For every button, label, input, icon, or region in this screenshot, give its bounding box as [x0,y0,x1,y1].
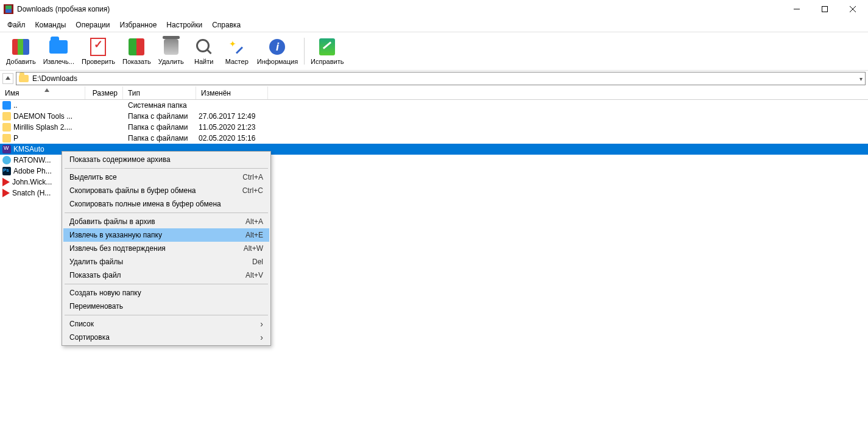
context-menu-item[interactable]: Список [63,317,269,331]
col-type[interactable]: Тип [123,86,196,99]
view-icon [127,37,146,57]
titlebar: Downloads (пробная копия) [0,0,868,18]
context-menu-item[interactable]: Показать файлAlt+V [63,269,269,282]
file-name: P [13,134,18,142]
file-row[interactable]: Mirillis Splash 2....Папка с файлами11.0… [0,122,868,133]
folder-icon [19,75,29,82]
address-input[interactable]: E:\Downloads ▾ [16,72,866,85]
dropdown-icon[interactable]: ▾ [859,76,863,82]
context-menu-item[interactable]: Выделить всеCtrl+A [63,170,269,184]
toolbar-delete[interactable]: Удалить [155,33,188,69]
file-icon [2,178,10,186]
delete-icon [161,37,181,57]
context-menu-separator [65,168,268,169]
nav-up-button[interactable] [2,73,13,84]
window-title: Downloads (пробная копия) [17,5,783,13]
context-menu-label: Показать файл [69,271,245,279]
file-icon [2,156,11,164]
context-menu-separator [65,315,268,315]
find-icon [194,37,214,57]
minimize-button[interactable] [783,0,811,18]
toolbar-add[interactable]: Добавить [2,33,40,69]
wizard-icon [227,37,247,57]
context-menu-item[interactable]: Скопировать полные имена в буфер обмена [63,197,269,211]
file-row[interactable]: PПапка с файлами02.05.2020 15:16 [0,133,868,144]
file-name: John.Wick... [12,178,52,186]
col-modified[interactable]: Изменён [196,86,268,99]
toolbar: Добавить Извлечь... Проверить Показать У… [0,32,868,71]
context-menu-label: Показать содержимое архива [69,155,263,164]
menu-file[interactable]: Файл [2,19,30,30]
toolbar-extract[interactable]: Извлечь... [40,33,78,69]
context-menu-item[interactable]: Скопировать файлы в буфер обменаCtrl+C [63,184,269,197]
file-name: KMSAuto [13,145,44,153]
col-size[interactable]: Размер [85,86,123,99]
menu-settings[interactable]: Настройки [161,19,207,30]
toolbar-test[interactable]: Проверить [78,33,119,69]
repair-icon [317,37,337,57]
context-menu-label: Скопировать файлы в буфер обмена [69,186,242,195]
context-menu-label: Извлечь без подтверждения [69,244,244,253]
menubar: Файл Команды Операции Избранное Настройк… [0,18,868,32]
app-icon [4,4,13,14]
toolbar-separator [304,38,305,65]
file-row[interactable]: ..Системная папка [0,100,868,111]
file-type: Папка с файлами [123,134,196,142]
address-bar: E:\Downloads ▾ [0,71,868,86]
context-menu: Показать содержимое архиваВыделить всеCt… [62,151,271,346]
file-icon [2,123,11,132]
test-icon [88,37,108,57]
add-icon [11,37,30,57]
file-icon [2,189,10,197]
context-menu-label: Выделить все [69,173,242,181]
svg-rect-1 [822,7,828,12]
file-date: 27.06.2017 12:49 [196,112,268,121]
context-menu-separator [65,212,268,213]
toolbar-info[interactable]: i Информация [253,33,302,69]
context-menu-label: Сортировка [69,333,260,342]
file-date: 02.05.2020 15:16 [196,134,268,142]
context-menu-item[interactable]: Добавить файлы в архивAlt+A [63,215,269,228]
toolbar-find[interactable]: Найти [188,33,221,69]
context-menu-label: Скопировать полные имена в буфер обмена [69,200,263,208]
context-menu-item[interactable]: Удалить файлыDel [63,255,269,269]
file-name: DAEMON Tools ... [13,112,72,121]
context-menu-shortcut: Ctrl+C [242,186,263,195]
address-path: E:\Downloads [32,74,77,83]
menu-favorites[interactable]: Избранное [115,19,162,30]
context-menu-item[interactable]: Переименовать [63,300,269,313]
context-menu-label: Извлечь в указанную папку [69,231,245,239]
context-menu-shortcut: Alt+A [245,217,263,226]
file-name: Snatch (H... [12,189,51,197]
toolbar-repair[interactable]: Исправить [307,33,347,69]
file-name: Adobe Ph... [13,167,52,175]
context-menu-item[interactable]: Создать новую папку [63,286,269,300]
file-type: Системная папка [123,101,196,110]
toolbar-view[interactable]: Показать [119,33,155,69]
file-icon [2,101,11,110]
menu-commands[interactable]: Команды [30,19,71,30]
context-menu-item[interactable]: Извлечь в указанную папкуAlt+E [63,228,269,242]
menu-help[interactable]: Справка [207,19,245,30]
col-name[interactable]: Имя [0,86,85,99]
extract-icon [49,37,68,57]
context-menu-item[interactable]: Показать содержимое архива [63,153,269,166]
file-icon [2,167,11,175]
window-controls [783,0,867,18]
file-icon [2,145,11,153]
maximize-button[interactable] [811,0,839,18]
file-name: RATONW... [13,156,51,164]
file-icon [2,112,11,121]
file-name: .. [13,101,18,110]
toolbar-wizard[interactable]: Мастер [221,33,253,69]
context-menu-item[interactable]: Сортировка [63,331,269,344]
close-button[interactable] [839,0,867,18]
file-type: Папка с файлами [123,112,196,121]
file-row[interactable]: DAEMON Tools ...Папка с файлами27.06.201… [0,111,868,122]
context-menu-label: Добавить файлы в архив [69,217,245,226]
context-menu-item[interactable]: Извлечь без подтвержденияAlt+W [63,242,269,255]
menu-operations[interactable]: Операции [71,19,115,30]
context-menu-label: Переименовать [69,302,263,311]
context-menu-shortcut: Alt+W [244,244,263,253]
context-menu-shortcut: Alt+V [245,271,263,279]
